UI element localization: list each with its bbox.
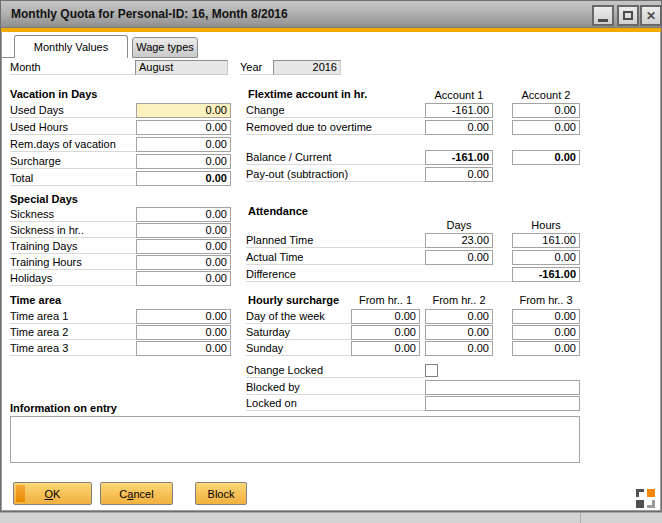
saturday-field-1[interactable]: 0.00 [351, 325, 420, 340]
locked-on-field[interactable] [425, 396, 580, 411]
used-hours-field[interactable]: 0.00 [136, 120, 231, 135]
sunday-field-2[interactable]: 0.00 [425, 341, 493, 356]
hourly-col-2: From hr.. 2 [425, 294, 493, 306]
holidays-field[interactable]: 0.00 [136, 271, 231, 286]
time-area-1-field[interactable]: 0.00 [136, 309, 231, 324]
used-days-label: Used Days [10, 103, 136, 118]
close-icon: ✕ [646, 10, 656, 22]
ok-button[interactable]: OK [13, 482, 92, 505]
saturday-label: Saturday [246, 325, 351, 340]
sickness-field[interactable]: 0.00 [136, 207, 231, 222]
sunday-field-1[interactable]: 0.00 [351, 341, 420, 356]
total-field[interactable]: 0.00 [136, 171, 231, 186]
actual-time-hours-field[interactable]: 0.00 [512, 250, 580, 265]
hourly-col-1: From hr.. 1 [337, 294, 434, 306]
titlebar: Monthly Quota for Personal-ID: 16, Month… [1, 1, 661, 28]
day-of-week-field-3[interactable]: 0.00 [512, 309, 580, 324]
maximize-icon [623, 11, 633, 20]
training-days-label: Training Days [10, 239, 136, 254]
training-hours-field[interactable]: 0.00 [136, 255, 231, 270]
change-locked-checkbox[interactable] [425, 364, 438, 377]
year-label: Year [240, 60, 273, 75]
training-days-field[interactable]: 0.00 [136, 239, 231, 254]
section-title-special-days: Special Days [10, 193, 78, 205]
hourly-col-3: From hr.. 3 [512, 294, 580, 306]
flextime-col-account2: Account 2 [512, 89, 580, 101]
section-title-hourly-surcharge: Hourly surcharge [248, 294, 339, 306]
removed-overtime-account2-field[interactable]: 0.00 [512, 120, 580, 135]
time-area-1-label: Time area 1 [10, 309, 136, 324]
month-label: Month [10, 60, 136, 75]
change-account2-field[interactable]: 0.00 [512, 103, 580, 118]
section-title-time-area: Time area [10, 294, 61, 306]
information-entry-textarea[interactable] [10, 416, 580, 463]
year-field[interactable]: 2016 [273, 60, 341, 75]
change-account1-field[interactable]: -161.00 [425, 103, 493, 118]
change-locked-label: Change Locked [246, 363, 425, 378]
rem-days-label: Rem.days of vacation [10, 137, 136, 152]
rem-days-field[interactable]: 0.00 [136, 137, 231, 152]
actual-time-days-field[interactable]: 0.00 [425, 250, 493, 265]
day-of-week-label: Day of the week [246, 309, 351, 324]
removed-overtime-label: Removed due to overtime [246, 120, 425, 135]
balance-account2-field[interactable]: 0.00 [512, 150, 580, 165]
balance-label: Balance / Current [246, 150, 425, 165]
attendance-col-days: Days [425, 219, 493, 231]
holidays-label: Holidays [10, 271, 136, 286]
planned-time-hours-field[interactable]: 161.00 [512, 233, 580, 248]
used-hours-label: Used Hours [10, 120, 136, 135]
accent-bar [1, 28, 661, 32]
month-field[interactable]: August [135, 60, 228, 75]
sunday-field-3[interactable]: 0.00 [512, 341, 580, 356]
locked-on-label: Locked on [246, 396, 425, 411]
time-area-2-label: Time area 2 [10, 325, 136, 340]
blocked-by-field[interactable] [425, 380, 580, 395]
time-area-2-field[interactable]: 0.00 [136, 325, 231, 340]
difference-label: Difference [246, 267, 512, 282]
block-button[interactable]: Block [195, 482, 247, 505]
sickness-hr-field[interactable]: 0.00 [136, 223, 231, 238]
surcharge-field[interactable]: 0.00 [136, 154, 231, 169]
sunday-label: Sunday [246, 341, 351, 356]
bottom-seam [580, 513, 581, 523]
attendance-col-hours: Hours [512, 219, 580, 231]
window-title: Monthly Quota for Personal-ID: 16, Month… [11, 7, 288, 21]
payout-account1-field[interactable]: 0.00 [425, 167, 493, 182]
bottom-strip [0, 512, 662, 523]
expand-link-icon[interactable] [636, 489, 655, 508]
actual-time-label: Actual Time [246, 250, 425, 265]
minimize-icon [598, 19, 608, 22]
close-button[interactable]: ✕ [640, 5, 662, 26]
planned-time-label: Planned Time [246, 233, 425, 248]
time-area-3-field[interactable]: 0.00 [136, 341, 231, 356]
ok-default-stripe [16, 485, 25, 502]
tab-wage-types[interactable]: Wage types [132, 37, 198, 58]
balance-account1-field[interactable]: -161.00 [425, 150, 493, 165]
saturday-field-3[interactable]: 0.00 [512, 325, 580, 340]
blocked-by-label: Blocked by [246, 380, 425, 395]
section-title-flextime: Flextime account in hr. [248, 88, 367, 100]
tab-monthly-values[interactable]: Monthly Values [14, 35, 128, 58]
surcharge-label: Surcharge [10, 154, 136, 169]
cancel-button[interactable]: Cancel [100, 482, 173, 505]
removed-overtime-account1-field[interactable]: 0.00 [425, 120, 493, 135]
sickness-hr-label: Sickness in hr.. [10, 223, 136, 238]
minimize-button[interactable] [592, 5, 614, 26]
saturday-field-2[interactable]: 0.00 [425, 325, 493, 340]
time-area-3-label: Time area 3 [10, 341, 136, 356]
section-title-attendance: Attendance [248, 205, 308, 217]
difference-hours-field[interactable]: -161.00 [512, 267, 580, 282]
payout-label: Pay-out (subtraction) [246, 167, 425, 182]
day-of-week-field-1[interactable]: 0.00 [351, 309, 420, 324]
section-title-information: Information on entry [10, 402, 117, 414]
planned-time-days-field[interactable]: 23.00 [425, 233, 493, 248]
sickness-label: Sickness [10, 207, 136, 222]
change-label: Change [246, 103, 425, 118]
used-days-field[interactable]: 0.00 [136, 103, 231, 118]
maximize-button[interactable] [617, 5, 639, 26]
day-of-week-field-2[interactable]: 0.00 [425, 309, 493, 324]
dialog-window: Monthly Quota for Personal-ID: 16, Month… [0, 0, 662, 512]
total-label: Total [10, 171, 136, 186]
tab-baseline [1, 57, 14, 58]
training-hours-label: Training Hours [10, 255, 136, 270]
